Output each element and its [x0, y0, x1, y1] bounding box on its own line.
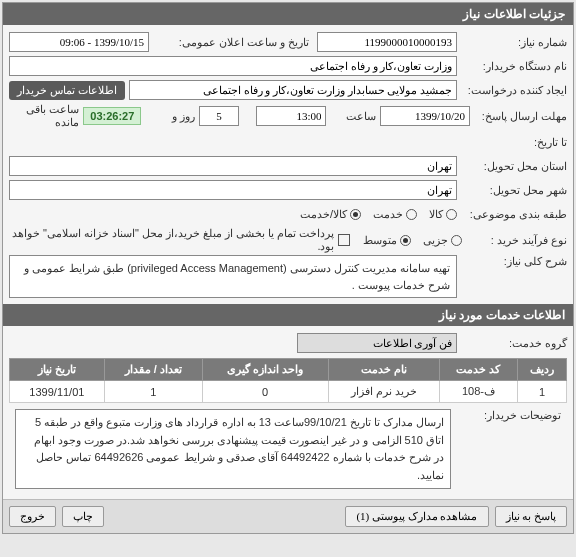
- deadline-date-field[interactable]: [380, 106, 470, 126]
- print-button[interactable]: چاپ: [62, 506, 104, 527]
- table-cell: خرید نرم افزار: [328, 381, 439, 403]
- radio-label: کالا/خدمت: [300, 208, 347, 221]
- view-attachments-button[interactable]: مشاهده مدارک پیوستی (1): [345, 506, 488, 527]
- table-header: تعداد / مقدار: [104, 359, 202, 381]
- respond-button[interactable]: پاسخ به نیاز: [495, 506, 568, 527]
- item-type-option-0[interactable]: کالا: [429, 208, 457, 221]
- announce-date-label: تاریخ و ساعت اعلان عمومی:: [149, 36, 309, 49]
- treasury-note: پرداخت تمام یا بخشی از مبلغ خرید،از محل …: [9, 227, 334, 253]
- page-title: جزئیات اطلاعات نیاز: [3, 3, 573, 25]
- services-table: ردیفکد خدمتنام خدمتواحد اندازه گیریتعداد…: [9, 358, 567, 403]
- delivery-province-label: استان محل تحویل:: [457, 160, 567, 173]
- purchase-type-radio-group: جزییمتوسط: [363, 234, 462, 247]
- table-cell: 0: [202, 381, 328, 403]
- table-header: واحد اندازه گیری: [202, 359, 328, 381]
- general-desc-box: تهیه سامانه مدیریت کنترل دسترسی (privile…: [9, 255, 457, 298]
- creator-field[interactable]: [129, 80, 457, 100]
- radio-label: خدمت: [373, 208, 403, 221]
- hour-label: ساعت: [326, 110, 380, 123]
- main-panel: جزئیات اطلاعات نیاز شماره نیاز: تاریخ و …: [2, 2, 574, 534]
- exit-button[interactable]: خروج: [9, 506, 56, 527]
- radio-dot-icon: [446, 209, 457, 220]
- countdown-timer: 03:26:27: [83, 107, 141, 125]
- days-remaining-field: [199, 106, 239, 126]
- table-header: تاریخ نیاز: [10, 359, 105, 381]
- radio-dot-icon: [400, 235, 411, 246]
- item-type-option-2[interactable]: کالا/خدمت: [300, 208, 361, 221]
- delivery-city-field[interactable]: [9, 180, 457, 200]
- org-name-label: نام دستگاه خریدار:: [457, 60, 567, 73]
- announce-date-field[interactable]: [9, 32, 149, 52]
- remaining-label: ساعت باقی مانده: [9, 103, 79, 129]
- item-type-label: طبقه بندی موضوعی:: [457, 208, 567, 221]
- purchase-type-label: نوع فرآیند خرید :: [462, 234, 567, 247]
- services-section-header: اطلاعات خدمات مورد نیاز: [3, 304, 573, 326]
- delivery-city-label: شهر محل تحویل:: [457, 184, 567, 197]
- purchase-type-option-0[interactable]: جزیی: [423, 234, 462, 247]
- delivery-province-field[interactable]: [9, 156, 457, 176]
- service-group-label: گروه خدمت:: [457, 337, 567, 350]
- org-name-field[interactable]: [9, 56, 457, 76]
- deadline-label: مهلت ارسال پاسخ:: [470, 110, 567, 123]
- purchase-type-option-1[interactable]: متوسط: [363, 234, 411, 247]
- table-cell: 1: [104, 381, 202, 403]
- general-desc-label: شرح کلی نیاز:: [457, 255, 567, 268]
- item-type-option-1[interactable]: خدمت: [373, 208, 417, 221]
- radio-label: متوسط: [363, 234, 397, 247]
- table-header: کد خدمت: [439, 359, 517, 381]
- table-row[interactable]: 1ف-108خرید نرم افزار011399/11/01: [10, 381, 567, 403]
- radio-dot-icon: [350, 209, 361, 220]
- treasury-checkbox[interactable]: [338, 234, 350, 246]
- deadline-hour-field[interactable]: [256, 106, 326, 126]
- table-cell: 1399/11/01: [10, 381, 105, 403]
- radio-dot-icon: [451, 235, 462, 246]
- radio-label: جزیی: [423, 234, 448, 247]
- table-cell: ف-108: [439, 381, 517, 403]
- table-header: ردیف: [518, 359, 567, 381]
- table-cell: 1: [518, 381, 567, 403]
- form-area: شماره نیاز: تاریخ و ساعت اعلان عمومی: نا…: [3, 25, 573, 304]
- radio-label: کالا: [429, 208, 443, 221]
- need-number-label: شماره نیاز:: [457, 36, 567, 49]
- creator-label: ایجاد کننده درخواست:: [457, 84, 567, 97]
- buyer-notes-label: توضیحات خریدار:: [451, 409, 561, 489]
- contact-buyer-button[interactable]: اطلاعات تماس خریدار: [9, 81, 125, 100]
- to-date-label: تا تاریخ:: [457, 136, 567, 149]
- need-number-field[interactable]: [317, 32, 457, 52]
- item-type-radio-group: کالاخدمتکالا/خدمت: [300, 208, 457, 221]
- service-group-field[interactable]: [297, 333, 457, 353]
- table-header: نام خدمت: [328, 359, 439, 381]
- radio-dot-icon: [406, 209, 417, 220]
- buyer-notes-text: ارسال مدارک تا تاریخ 99/10/21ساعت 13 به …: [15, 409, 451, 489]
- bottom-toolbar: پاسخ به نیاز مشاهده مدارک پیوستی (1) چاپ…: [3, 499, 573, 533]
- days-and-label: روز و: [145, 110, 199, 123]
